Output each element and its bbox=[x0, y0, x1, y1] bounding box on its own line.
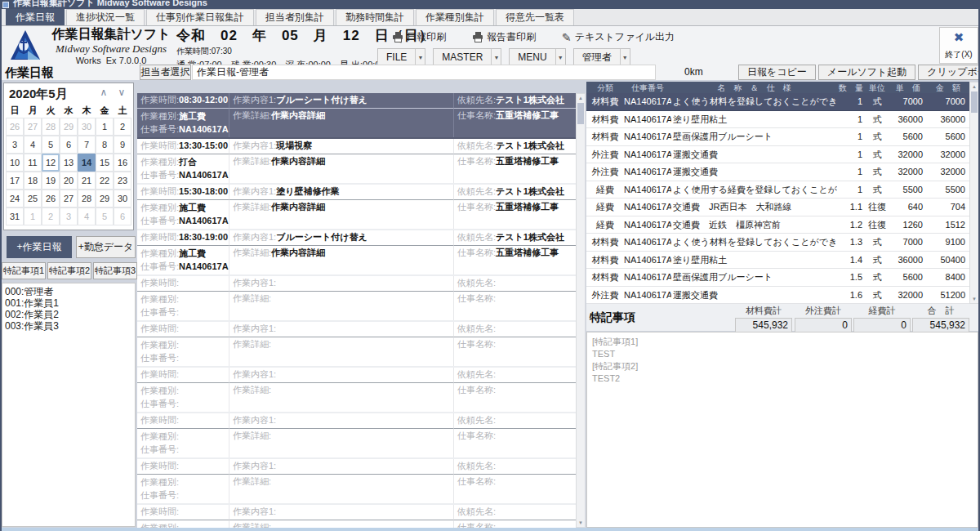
text-export-button[interactable]: ✎ テキストファイル出力 bbox=[562, 30, 675, 44]
work-entry[interactable]: 作業時間:15:30-18:00作業内容1:塗り壁補修作業依頼先名:テスト1株式… bbox=[137, 185, 576, 230]
calendar-day[interactable]: 11 bbox=[24, 154, 42, 172]
calendar-day[interactable]: 30 bbox=[114, 190, 131, 207]
calendar-day[interactable]: 29 bbox=[60, 118, 78, 136]
detail-row[interactable]: 材料費NA140617A塗り壁用粘土1式3600036000 bbox=[586, 111, 969, 129]
tab-5[interactable]: 勤務時間集計 bbox=[336, 9, 414, 25]
scrollbar-thumb[interactable] bbox=[577, 103, 584, 124]
calendar-day[interactable]: 20 bbox=[60, 172, 78, 190]
work-entry-selected[interactable]: 作業時間:08:30-12:00作業内容1:ブルーシート付け替え依頼先名:テスト… bbox=[137, 93, 576, 139]
calendar-day[interactable]: 16 bbox=[114, 154, 131, 172]
calendar-prev-button[interactable]: ∧ bbox=[96, 87, 112, 100]
work-entry[interactable]: 作業時間:作業内容1:依頼先名:作業種別:仕事番号:作業詳細:仕事名称: bbox=[137, 368, 576, 413]
calendar-day[interactable]: 3 bbox=[60, 207, 78, 225]
calendar-next-button[interactable]: ∨ bbox=[114, 87, 130, 100]
menu-button-2[interactable]: MASTER▼ bbox=[433, 48, 501, 66]
detail-row[interactable]: 外注費NA140617A運搬交通費1.6式3200051200 bbox=[586, 287, 969, 305]
calendar-day[interactable]: 13 bbox=[60, 154, 78, 172]
notes-area[interactable]: [特記事項1]TEST[特記事項2]TEST2 bbox=[586, 332, 978, 528]
calendar-day[interactable]: 27 bbox=[24, 118, 42, 136]
calendar-day[interactable]: 2 bbox=[114, 118, 131, 136]
calendar-day[interactable]: 7 bbox=[78, 136, 96, 154]
detail-row[interactable]: 外注費NA140617A運搬交通費1式3200032000 bbox=[586, 146, 969, 164]
calendar-day[interactable]: 28 bbox=[42, 118, 60, 136]
calendar-day[interactable]: 6 bbox=[114, 207, 131, 225]
scroll-up-icon[interactable]: ▲ bbox=[577, 94, 585, 102]
tab-6[interactable]: 作業種別集計 bbox=[416, 9, 494, 25]
calendar-day[interactable]: 23 bbox=[114, 172, 131, 190]
calendar-day[interactable]: 5 bbox=[96, 207, 114, 225]
add-report-button[interactable]: +作業日報 bbox=[7, 236, 72, 258]
calendar-day-outlined[interactable]: 12 bbox=[42, 154, 60, 172]
clipboard-button[interactable]: クリップボード bbox=[918, 65, 980, 80]
worker-list-item[interactable]: 000:管理者 bbox=[5, 286, 132, 297]
add-attendance-button[interactable]: +勤怠データ bbox=[76, 236, 136, 258]
calendar-day[interactable]: 1 bbox=[24, 207, 42, 225]
calendar-day[interactable]: 5 bbox=[42, 136, 60, 154]
tab-2[interactable]: 進捗状況一覧 bbox=[66, 9, 145, 25]
calendar-day-selected[interactable]: 14 bbox=[78, 154, 96, 172]
detail-row-selected[interactable]: 材料費NA140617Aよく使う材料を登録しておくことができます1式700070… bbox=[586, 93, 969, 111]
print-daily-button[interactable]: 日報印刷 bbox=[392, 30, 446, 44]
menu-button-4[interactable]: 管理者▼ bbox=[573, 48, 630, 66]
note-tab-2[interactable]: 特記事項2 bbox=[47, 262, 91, 279]
menu-button-1[interactable]: FILE▼ bbox=[377, 48, 425, 66]
work-entry[interactable]: 作業時間:作業内容1:依頼先名:作業種別:仕事番号:作業詳細:仕事名称: bbox=[137, 276, 576, 322]
calendar-day[interactable]: 21 bbox=[78, 172, 96, 190]
print-report-button[interactable]: 報告書印刷 bbox=[472, 30, 536, 44]
calendar-day[interactable]: 27 bbox=[60, 190, 78, 207]
tab-1[interactable]: 作業日報 bbox=[6, 9, 65, 25]
scroll-down-icon[interactable]: ▼ bbox=[970, 295, 978, 303]
calendar-day[interactable]: 24 bbox=[6, 190, 24, 207]
work-entry[interactable]: 作業時間:作業内容1:依頼先名:作業種別:仕事番号:作業詳細:仕事名称: bbox=[137, 459, 576, 505]
calendar-day[interactable]: 6 bbox=[60, 136, 78, 154]
scroll-down-icon[interactable]: ▼ bbox=[577, 519, 585, 527]
work-entry[interactable]: 作業時間:18:30-19:00作業内容1:ブルーシート付け替え依頼先名:テスト… bbox=[137, 230, 576, 276]
calendar-day[interactable]: 18 bbox=[24, 172, 42, 190]
calendar-day[interactable]: 31 bbox=[6, 207, 24, 225]
calendar-day[interactable]: 1 bbox=[96, 118, 114, 136]
calendar-day[interactable]: 9 bbox=[114, 136, 131, 154]
calendar-day[interactable]: 8 bbox=[96, 136, 114, 154]
menu-button-3[interactable]: MENU▼ bbox=[509, 48, 565, 66]
tab-3[interactable]: 仕事別作業日報集計 bbox=[146, 9, 254, 25]
worker-list-item[interactable]: 001:作業員1 bbox=[5, 297, 132, 309]
detail-row[interactable]: 経費NA140617Aよく使用する経費を登録しておくことができます1式55005… bbox=[586, 181, 969, 199]
calendar-day[interactable]: 22 bbox=[96, 172, 114, 190]
staff-field[interactable]: 作業日報-管理者 bbox=[192, 65, 656, 80]
copy-report-button[interactable]: 日報をコピー bbox=[738, 65, 816, 80]
calendar-day[interactable]: 4 bbox=[24, 136, 42, 154]
calendar-day[interactable]: 28 bbox=[78, 190, 96, 207]
detail-row[interactable]: 材料費NA140617A壁画保護用ブルーシート1式56005600 bbox=[586, 128, 969, 146]
work-entry[interactable]: 作業時間:作業内容1:依頼先名:作業種別:仕事番号:作業詳細:仕事名称: bbox=[137, 413, 576, 459]
work-entry[interactable]: 作業時間:作業内容1:依頼先名:作業種別:仕事番号:作業詳細:仕事名称: bbox=[137, 322, 576, 368]
calendar-day[interactable]: 26 bbox=[42, 190, 60, 207]
calendar-day[interactable]: 15 bbox=[96, 154, 114, 172]
scrollbar-thumb[interactable] bbox=[971, 91, 978, 113]
tab-4[interactable]: 担当者別集計 bbox=[256, 9, 334, 25]
tab-7[interactable]: 得意先一覧表 bbox=[496, 9, 574, 25]
work-entry[interactable]: 作業時間:13:30-15:00作業内容1:現場視察依頼先名:テスト1株式会社作… bbox=[137, 139, 576, 185]
exit-button[interactable]: ✖ 終了(X) bbox=[939, 27, 978, 64]
detail-row[interactable]: 経費NA140617A交通費 JR西日本 大和路線1.1往復640704 bbox=[586, 199, 969, 216]
select-staff-button[interactable]: 担当者選択 bbox=[140, 65, 191, 80]
calendar-day[interactable]: 17 bbox=[6, 172, 24, 190]
detail-row[interactable]: 外注費NA140617A運搬交通費1式3200032000 bbox=[586, 163, 969, 181]
calendar-day[interactable]: 10 bbox=[6, 154, 24, 172]
note-tab-3[interactable]: 特記事項3 bbox=[93, 262, 137, 279]
calendar-day[interactable]: 26 bbox=[6, 118, 24, 136]
calendar-day[interactable]: 30 bbox=[78, 118, 96, 136]
note-tab-1[interactable]: 特記事項1 bbox=[2, 262, 46, 279]
calendar-day[interactable]: 29 bbox=[96, 190, 114, 207]
calendar-day[interactable]: 19 bbox=[42, 172, 60, 190]
calendar-day[interactable]: 4 bbox=[78, 207, 96, 225]
entries-scrollbar[interactable]: ▲ ▼ bbox=[576, 93, 586, 528]
calendar-day[interactable]: 25 bbox=[24, 190, 42, 207]
calendar-day[interactable]: 3 bbox=[6, 136, 24, 154]
scroll-up-icon[interactable]: ▲ bbox=[970, 83, 978, 91]
calendar-day[interactable]: 2 bbox=[42, 207, 60, 225]
detail-row[interactable]: 経費NA140617A交通費 近鉄 橿原神宮前1.2往復12601512 bbox=[586, 216, 969, 234]
detail-row[interactable]: 材料費NA140617Aよく使う材料を登録しておくことができます1.3式7000… bbox=[586, 234, 969, 252]
detail-row[interactable]: 材料費NA140617A塗り壁用粘土1.4式3600050400 bbox=[586, 252, 969, 270]
launch-mail-button[interactable]: メールソフト起動 bbox=[818, 65, 915, 80]
worker-list-item[interactable]: 003:作業員3 bbox=[5, 320, 132, 332]
